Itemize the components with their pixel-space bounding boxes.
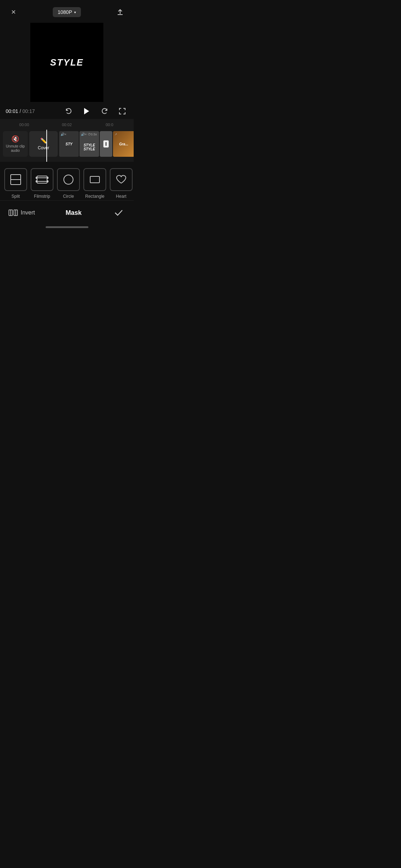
circle-icon-box bbox=[57, 168, 80, 191]
clip-volume-icon: 🔊× bbox=[61, 133, 66, 136]
resolution-label: 1080P bbox=[58, 9, 72, 15]
timeline-tracks: 🔇 Unmute clip audio ✏️ Cover 🔊× STY 🔊× ⏱… bbox=[0, 130, 134, 162]
fullscreen-icon bbox=[118, 107, 126, 115]
filmstrip-icon bbox=[36, 173, 48, 186]
svg-rect-9 bbox=[36, 181, 37, 182]
mute-icon: 🔇 bbox=[11, 135, 19, 143]
close-button[interactable]: × bbox=[7, 6, 20, 19]
mask-shape-heart[interactable]: Heart bbox=[109, 168, 133, 199]
cover-label: Cover bbox=[38, 145, 49, 150]
top-bar: × 1080P ▾ bbox=[0, 0, 134, 21]
heart-icon-box bbox=[110, 168, 133, 191]
svg-rect-10 bbox=[47, 177, 48, 179]
playhead bbox=[46, 130, 47, 162]
video-title-text: STYLE bbox=[50, 57, 84, 68]
audio-mute-label: Unmute clip audio bbox=[3, 144, 28, 153]
ruler-mark-1: 00:02 bbox=[46, 123, 88, 127]
style-clips: 🔊× STY 🔊× ⏱0.5x STYLESTYLE I ↗ Gra... bbox=[59, 131, 134, 159]
svg-rect-8 bbox=[36, 177, 37, 179]
filmstrip-icon-box bbox=[31, 168, 53, 191]
clip-1-text: STY bbox=[66, 142, 72, 146]
circle-label: Circle bbox=[63, 194, 74, 199]
circle-icon bbox=[62, 173, 75, 186]
time-display: 00:01 / 00:17 bbox=[6, 108, 35, 114]
cover-edit-icon: ✏️ bbox=[40, 138, 47, 144]
clip-2-text: STYLESTYLE bbox=[83, 143, 95, 151]
timeline-area: 00:00 00:02 00:0 🔇 Unmute clip audio ✏️ … bbox=[0, 119, 134, 162]
fullscreen-button[interactable] bbox=[117, 105, 128, 117]
play-icon bbox=[82, 107, 91, 115]
split-icon bbox=[9, 173, 22, 186]
filmstrip-label: Filmstrip bbox=[34, 194, 50, 199]
timeline-ruler: 00:00 00:02 00:0 bbox=[0, 121, 134, 130]
export-button[interactable] bbox=[114, 6, 127, 19]
play-button[interactable] bbox=[81, 105, 92, 117]
heart-label: Heart bbox=[116, 194, 126, 199]
svg-rect-13 bbox=[90, 176, 99, 183]
invert-label: Invert bbox=[21, 210, 35, 216]
video-preview: STYLE bbox=[30, 23, 103, 102]
playback-controls bbox=[63, 105, 128, 117]
clip-1[interactable]: 🔊× STY bbox=[59, 131, 79, 157]
split-icon-box bbox=[4, 168, 27, 191]
resolution-button[interactable]: 1080P ▾ bbox=[53, 7, 81, 17]
chevron-down-icon: ▾ bbox=[74, 10, 76, 14]
redo-button[interactable] bbox=[99, 105, 110, 117]
mask-shape-circle[interactable]: Circle bbox=[56, 168, 81, 199]
mask-shapes-scroll: Split Filmstrip bbox=[0, 165, 134, 200]
mask-title: Mask bbox=[66, 209, 82, 217]
audio-mute-track[interactable]: 🔇 Unmute clip audio bbox=[3, 131, 28, 157]
playback-bar: 00:01 / 00:17 bbox=[0, 102, 134, 119]
mask-shape-rectangle[interactable]: Rectangle bbox=[83, 168, 107, 199]
clip-2[interactable]: 🔊× ⏱0.5x STYLESTYLE bbox=[79, 131, 99, 157]
ruler-mark-0: 00:00 bbox=[3, 123, 46, 127]
svg-rect-5 bbox=[37, 176, 47, 183]
ruler-track: 00:00 00:02 00:0 bbox=[0, 123, 134, 127]
cover-track[interactable]: ✏️ Cover bbox=[29, 131, 58, 157]
total-time: 00:17 bbox=[22, 108, 35, 114]
rectangle-icon bbox=[88, 173, 101, 186]
upload-icon bbox=[116, 8, 124, 16]
confirm-button[interactable] bbox=[112, 206, 125, 219]
invert-icon bbox=[9, 209, 18, 217]
undo-button[interactable] bbox=[63, 105, 74, 117]
redo-icon bbox=[101, 107, 108, 115]
invert-button[interactable]: Invert bbox=[9, 209, 35, 217]
clip-3[interactable]: I bbox=[100, 131, 112, 157]
home-bar bbox=[46, 226, 88, 228]
svg-point-12 bbox=[64, 175, 73, 184]
current-time: 00:01 bbox=[6, 108, 18, 114]
checkmark-icon bbox=[114, 209, 123, 217]
split-label: Split bbox=[11, 194, 20, 199]
heart-icon bbox=[115, 173, 128, 186]
bottom-action-bar: Invert Mask bbox=[0, 200, 134, 223]
rectangle-label: Rectangle bbox=[85, 194, 104, 199]
clip-4-text: Gra... bbox=[118, 141, 130, 148]
undo-icon bbox=[65, 107, 73, 115]
close-icon: × bbox=[11, 7, 16, 17]
mask-shape-split[interactable]: Split bbox=[4, 168, 28, 199]
mask-shape-filmstrip[interactable]: Filmstrip bbox=[30, 168, 54, 199]
mask-options: Split Filmstrip bbox=[0, 162, 134, 200]
home-indicator bbox=[0, 223, 134, 230]
rectangle-icon-box bbox=[83, 168, 106, 191]
clip-4[interactable]: ↗ Gra... bbox=[113, 131, 134, 157]
ruler-mark-2: 00:0 bbox=[88, 123, 131, 127]
svg-marker-2 bbox=[84, 108, 89, 114]
svg-rect-11 bbox=[47, 181, 48, 182]
clip-3-pause: I bbox=[103, 140, 109, 148]
time-separator: / bbox=[20, 108, 22, 114]
gradient-icon: ↗ bbox=[114, 133, 117, 136]
clip-speed-icon: 🔊× ⏱0.5x bbox=[81, 133, 97, 136]
